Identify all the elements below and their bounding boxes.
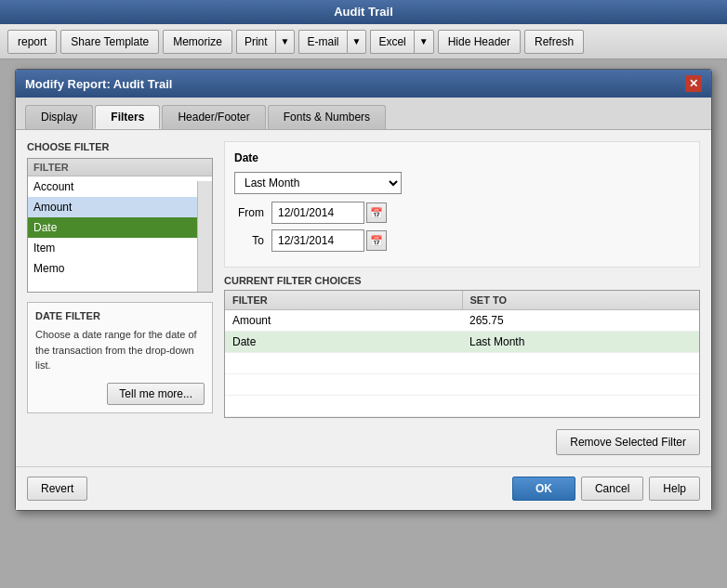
modal-overlay: Modify Report: Audit Trail ✕ Display Fil… <box>0 59 727 588</box>
excel-arrow[interactable]: ▼ <box>414 30 434 54</box>
to-row: To 📅 <box>234 229 690 252</box>
modal-title-bar: Modify Report: Audit Trail ✕ <box>16 70 711 98</box>
share-template-button[interactable]: Share Template <box>60 30 159 54</box>
filter-row-empty-2 <box>225 374 699 396</box>
tab-fonts-numbers[interactable]: Fonts & Numbers <box>268 105 386 129</box>
date-filter-label: DATE FILTER <box>35 310 205 321</box>
print-arrow[interactable]: ▼ <box>275 30 296 54</box>
ok-button[interactable]: OK <box>512 477 575 501</box>
filter-item-account[interactable]: Account <box>28 176 212 197</box>
cancel-button[interactable]: Cancel <box>581 477 643 501</box>
tell-me-more-button[interactable]: Tell me more... <box>107 383 205 405</box>
from-calendar-button[interactable]: 📅 <box>366 203 387 223</box>
modal-footer: Revert OK Cancel Help <box>16 466 711 510</box>
filter-row-empty-1 <box>225 353 699 374</box>
modal-body: CHOOSE FILTER FILTER Account Amount Date… <box>16 130 711 466</box>
modal-title: Modify Report: Audit Trail <box>25 77 172 91</box>
date-controls: Date Last Month Today This Week This Mon… <box>224 141 700 268</box>
filter-item-amount[interactable]: Amount <box>28 197 212 217</box>
hide-header-button[interactable]: Hide Header <box>438 30 521 54</box>
from-label: From <box>234 206 271 219</box>
print-button[interactable]: Print <box>236 30 275 54</box>
email-arrow[interactable]: ▼ <box>347 30 367 54</box>
left-panel: CHOOSE FILTER FILTER Account Amount Date… <box>27 141 213 455</box>
filter-row-empty-1-col2 <box>462 353 699 373</box>
filter-row-amount[interactable]: Amount 265.75 <box>225 310 699 332</box>
tab-filters[interactable]: Filters <box>95 105 160 129</box>
from-row: From 📅 <box>234 202 690 224</box>
filter-scrollbar[interactable] <box>197 181 212 292</box>
filter-row-amount-filter: Amount <box>225 310 462 331</box>
print-split-button: Print ▼ <box>236 30 296 54</box>
date-select[interactable]: Last Month Today This Week This Month Th… <box>234 172 402 194</box>
refresh-button[interactable]: Refresh <box>524 30 584 54</box>
excel-split-button: Excel ▼ <box>370 30 433 54</box>
to-calendar-button[interactable]: 📅 <box>366 230 387 251</box>
tab-display[interactable]: Display <box>25 105 93 129</box>
filter-list: Account Amount Date Item Memo <box>28 176 212 289</box>
background-content: Modify Report: Audit Trail ✕ Display Fil… <box>0 59 727 588</box>
filter-table-header: FILTER SET TO <box>225 291 699 310</box>
filter-row-date-value: Last Month <box>462 332 699 352</box>
date-field-label: Date <box>234 151 690 164</box>
email-button[interactable]: E-mail <box>298 30 346 54</box>
toolbar: report Share Template Memorize Print ▼ E… <box>0 24 727 59</box>
filter-item-item[interactable]: Item <box>28 238 212 258</box>
tab-header-footer[interactable]: Header/Footer <box>162 105 265 129</box>
filter-choices-section: CURRENT FILTER CHOICES FILTER SET TO Amo… <box>224 275 700 455</box>
filter-item-date[interactable]: Date <box>28 217 212 238</box>
memorize-button[interactable]: Memorize <box>163 30 232 54</box>
report-button[interactable]: report <box>7 30 57 54</box>
modify-report-dialog: Modify Report: Audit Trail ✕ Display Fil… <box>15 69 712 511</box>
to-input[interactable] <box>271 229 364 252</box>
date-filter-section: DATE FILTER Choose a date range for the … <box>27 302 213 413</box>
filter-row-empty-3-col1 <box>225 396 462 416</box>
filter-item-memo[interactable]: Memo <box>28 258 212 279</box>
current-filter-choices-label: CURRENT FILTER CHOICES <box>224 275 700 286</box>
excel-button[interactable]: Excel <box>370 30 413 54</box>
filter-list-container: FILTER Account Amount Date Item Memo <box>27 158 213 293</box>
filter-column-header: FILTER <box>28 159 212 176</box>
filter-table: FILTER SET TO Amount 265.75 Date Last Mo… <box>224 290 700 418</box>
to-label: To <box>234 234 271 247</box>
title-bar: Audit Trail <box>0 0 727 24</box>
filter-row-empty-2-col2 <box>462 374 699 395</box>
center-panel: Date Last Month Today This Week This Mon… <box>224 141 700 455</box>
filter-row-amount-value: 265.75 <box>462 310 699 331</box>
from-input[interactable] <box>271 202 364 224</box>
remove-selected-filter-button[interactable]: Remove Selected Filter <box>556 429 700 455</box>
email-split-button: E-mail ▼ <box>298 30 366 54</box>
set-to-col-header: SET TO <box>462 291 700 309</box>
filter-col-header: FILTER <box>225 291 462 309</box>
filter-row-empty-3 <box>225 396 699 417</box>
window-title: Audit Trail <box>334 5 393 19</box>
filter-row-empty-3-col2 <box>462 396 699 416</box>
filter-row-date[interactable]: Date Last Month <box>225 332 699 353</box>
tab-bar: Display Filters Header/Footer Fonts & Nu… <box>16 98 711 130</box>
help-button[interactable]: Help <box>649 477 700 501</box>
modal-close-button[interactable]: ✕ <box>685 75 702 92</box>
date-dropdown-row: Last Month Today This Week This Month Th… <box>234 172 690 194</box>
filter-row-empty-1-col1 <box>225 353 462 373</box>
choose-filter-label: CHOOSE FILTER <box>27 141 213 152</box>
filter-row-date-filter: Date <box>225 332 462 352</box>
filter-row-empty-2-col1 <box>225 374 462 395</box>
revert-button[interactable]: Revert <box>27 477 87 501</box>
date-filter-description: Choose a date range for the date of the … <box>35 327 205 373</box>
